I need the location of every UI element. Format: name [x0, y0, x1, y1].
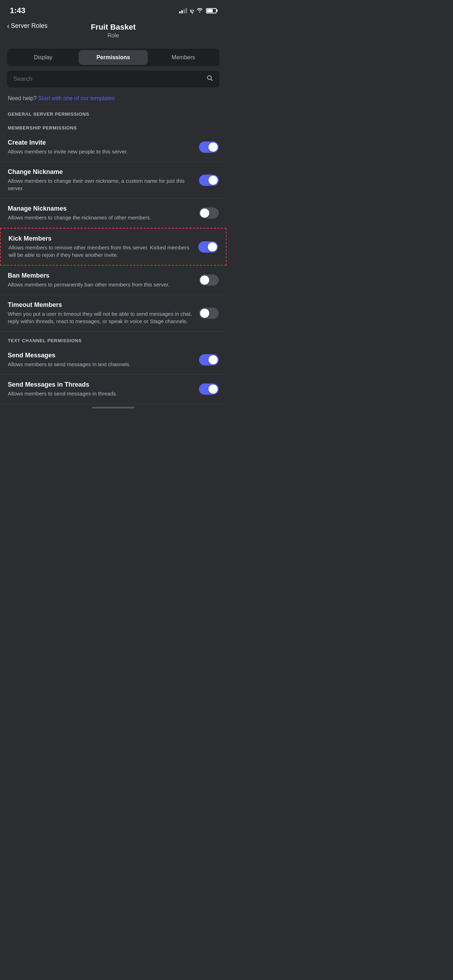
wifi-icon: 𝛙 [190, 7, 203, 14]
search-icon [207, 75, 213, 83]
toggle-create-invite[interactable] [199, 142, 219, 153]
header: ‹ Server Roles Fruit Basket Role [0, 19, 227, 45]
permission-ban-members: Ban Members Allows members to permanentl… [0, 266, 227, 295]
permission-desc-create-invite: Allows members to invite new people to t… [8, 148, 192, 155]
permission-text-timeout-members: Timeout Members When you put a user in t… [8, 301, 192, 325]
permission-desc-timeout-members: When you put a user in timeout they will… [8, 310, 192, 325]
page-subtitle: Role [108, 32, 119, 39]
permission-desc-kick-members: Allows members to remove other members f… [8, 244, 191, 259]
back-label: Server Roles [11, 22, 48, 30]
permission-title-send-messages-threads: Send Messages in Threads [8, 381, 192, 388]
status-time: 1:43 [10, 6, 25, 15]
permission-text-change-nickname: Change Nickname Allows members to change… [8, 168, 192, 192]
page-title: Fruit Basket [91, 22, 135, 32]
permission-title-kick-members: Kick Members [8, 235, 191, 242]
permission-manage-nicknames: Manage Nicknames Allows members to chang… [0, 199, 227, 228]
permission-text-create-invite: Create Invite Allows members to invite n… [8, 139, 192, 155]
status-icons: 𝛙 [179, 7, 217, 14]
toggle-ban-members[interactable] [199, 274, 219, 286]
status-bar: 1:43 𝛙 [0, 0, 227, 19]
back-arrow-icon: ‹ [7, 22, 10, 30]
permission-title-send-messages: Send Messages [8, 352, 192, 359]
scroll-indicator [0, 404, 227, 415]
tab-permissions[interactable]: Permissions [79, 50, 148, 65]
permission-title-change-nickname: Change Nickname [8, 168, 192, 176]
search-container [7, 70, 219, 88]
section-text-channel: TEXT CHANNEL PERMISSIONS Send Messages A… [0, 332, 227, 404]
permission-title-ban-members: Ban Members [8, 272, 192, 279]
svg-line-1 [211, 79, 213, 81]
content: Need help? Start with one of our templat… [0, 92, 227, 429]
permission-title-create-invite: Create Invite [8, 139, 192, 146]
permission-text-manage-nicknames: Manage Nicknames Allows members to chang… [8, 205, 192, 221]
permission-text-send-messages: Send Messages Allows members to send mes… [8, 352, 192, 368]
tab-members[interactable]: Members [149, 50, 218, 65]
permission-text-kick-members: Kick Members Allows members to remove ot… [8, 235, 191, 259]
permission-desc-send-messages-threads: Allows members to send messages in threa… [8, 390, 192, 397]
signal-icon [179, 8, 187, 13]
permission-create-invite: Create Invite Allows members to invite n… [0, 133, 227, 162]
section-membership: MEMBERSHIP PERMISSIONS Create Invite All… [0, 119, 227, 332]
permission-send-messages: Send Messages Allows members to send mes… [0, 345, 227, 375]
permission-timeout-members: Timeout Members When you put a user in t… [0, 295, 227, 332]
permission-desc-send-messages: Allows members to send messages in text … [8, 361, 192, 368]
toggle-change-nickname[interactable] [199, 175, 219, 186]
permission-change-nickname: Change Nickname Allows members to change… [0, 162, 227, 199]
toggle-send-messages[interactable] [199, 354, 219, 366]
section-header-text-channel: TEXT CHANNEL PERMISSIONS [0, 332, 227, 345]
permission-desc-ban-members: Allows members to permanently ban other … [8, 281, 192, 288]
toggle-manage-nicknames[interactable] [199, 207, 219, 219]
permission-desc-change-nickname: Allows members to change their own nickn… [8, 177, 192, 192]
section-header-membership: MEMBERSHIP PERMISSIONS [0, 119, 227, 133]
permission-send-messages-threads: Send Messages in Threads Allows members … [0, 375, 227, 404]
permission-desc-manage-nicknames: Allows members to change the nicknames o… [8, 214, 192, 221]
permission-title-timeout-members: Timeout Members [8, 301, 192, 309]
toggle-timeout-members[interactable] [199, 308, 219, 319]
search-input[interactable] [7, 70, 219, 88]
permission-text-send-messages-threads: Send Messages in Threads Allows members … [8, 381, 192, 397]
section-header-general: GENERAL SERVER PERMISSIONS [0, 105, 227, 119]
tab-display[interactable]: Display [8, 50, 78, 65]
permission-text-ban-members: Ban Members Allows members to permanentl… [8, 272, 192, 288]
battery-icon [206, 8, 217, 13]
back-button[interactable]: ‹ Server Roles [7, 22, 48, 30]
section-general-server: GENERAL SERVER PERMISSIONS MEMBERSHIP PE… [0, 105, 227, 332]
help-text: Need help? Start with one of our templat… [0, 92, 227, 105]
permission-kick-members: Kick Members Allows members to remove ot… [0, 228, 227, 266]
permission-title-manage-nicknames: Manage Nicknames [8, 205, 192, 212]
toggle-send-messages-threads[interactable] [199, 383, 219, 395]
toggle-kick-members[interactable] [198, 241, 218, 253]
tab-bar: Display Permissions Members [7, 49, 219, 66]
help-link[interactable]: Start with one of our templates [38, 95, 114, 101]
